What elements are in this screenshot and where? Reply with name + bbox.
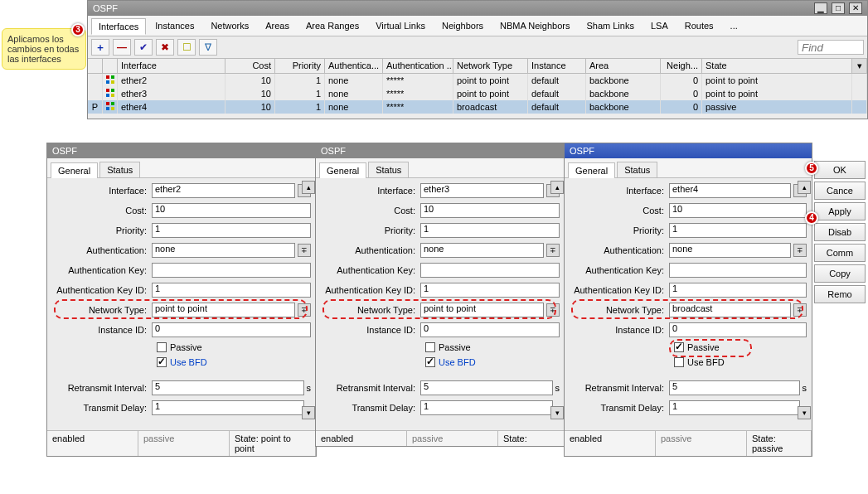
tab-interfaces[interactable]: Interfaces xyxy=(91,18,146,35)
usebfd-checkbox-row[interactable]: Use BFD xyxy=(425,357,560,367)
instance-id-field[interactable]: 0 xyxy=(420,322,560,337)
cost-field[interactable]: 10 xyxy=(420,203,560,218)
main-titlebar: OSPF ▁ □ ✕ xyxy=(88,1,867,16)
ospf-main-window: OSPF ▁ □ ✕ InterfacesInstancesNetworksAr… xyxy=(87,0,868,119)
comment-button[interactable]: Comm xyxy=(814,244,866,262)
usebfd-checkbox-row[interactable]: Use BFD xyxy=(157,357,311,367)
scroll-up-icon[interactable]: ▴ xyxy=(798,181,811,194)
cost-field[interactable]: 10 xyxy=(669,203,807,218)
passive-checkbox[interactable] xyxy=(425,342,435,352)
passive-checkbox-row[interactable]: Passive xyxy=(674,342,807,352)
ok-button[interactable]: OK xyxy=(814,161,866,179)
auth-key-field[interactable] xyxy=(669,263,807,278)
usebfd-checkbox[interactable] xyxy=(674,357,684,367)
table-row[interactable]: ether2101none*****point to pointdefaultb… xyxy=(88,74,867,87)
filter-button[interactable]: ∇ xyxy=(199,39,217,56)
tab-status[interactable]: Status xyxy=(99,162,140,177)
scroll-down-icon[interactable]: ▾ xyxy=(798,406,811,419)
disable-button[interactable]: Disab xyxy=(814,223,866,241)
instance-id-field[interactable]: 0 xyxy=(152,322,311,337)
retransmit-field[interactable]: 5 xyxy=(152,380,304,395)
comment-button[interactable]: ☐ xyxy=(177,39,196,56)
cost-field[interactable]: 10 xyxy=(152,203,311,218)
auth-key-field[interactable] xyxy=(420,263,560,278)
usebfd-checkbox-row[interactable]: Use BFD xyxy=(674,357,807,367)
tab-networks[interactable]: Networks xyxy=(203,17,256,34)
passive-checkbox-row[interactable]: Passive xyxy=(157,342,311,352)
dropdown-icon[interactable]: ∓ xyxy=(546,244,560,257)
retransmit-field[interactable]: 5 xyxy=(420,380,553,395)
remove-button[interactable]: — xyxy=(113,39,131,56)
auth-field[interactable]: none xyxy=(669,243,791,258)
dialog-statusbar: enabled passive State: point to point xyxy=(47,430,316,456)
copy-button[interactable]: Copy xyxy=(814,264,866,283)
tab-areas[interactable]: Areas xyxy=(258,17,297,34)
tab-nbma-neighbors[interactable]: NBMA Neighbors xyxy=(492,17,577,34)
dropdown-icon[interactable]: ∓ xyxy=(793,244,807,257)
disable-button[interactable]: ✖ xyxy=(156,39,174,56)
tab-general[interactable]: General xyxy=(568,162,615,178)
scroll-down-icon[interactable]: ▾ xyxy=(550,406,564,419)
instance-id-field[interactable]: 0 xyxy=(669,322,807,337)
cancel-button[interactable]: Cance xyxy=(814,182,866,200)
auth-key-id-field[interactable]: 1 xyxy=(669,283,807,298)
usebfd-label: Use BFD xyxy=(170,357,207,367)
interface-field[interactable]: ether4 xyxy=(669,183,791,198)
tab-virtual-links[interactable]: Virtual Links xyxy=(368,17,433,34)
usebfd-checkbox[interactable] xyxy=(425,357,435,367)
column-picker[interactable]: ▾ xyxy=(852,59,867,73)
scroll-up-icon[interactable]: ▴ xyxy=(302,181,315,194)
tab-lsa[interactable]: LSA xyxy=(643,17,676,34)
table-row[interactable]: Pether4101none*****broadcastdefaultbackb… xyxy=(88,100,867,114)
dropdown-icon[interactable]: ∓ xyxy=(793,303,807,317)
interface-field[interactable]: ether3 xyxy=(420,183,544,198)
auth-key-id-field[interactable]: 1 xyxy=(420,283,560,298)
auth-key-field[interactable] xyxy=(152,263,311,278)
tab-status[interactable]: Status xyxy=(368,162,409,177)
tab-general[interactable]: General xyxy=(51,162,98,178)
transmit-delay-field[interactable]: 1 xyxy=(669,400,800,415)
tab-status[interactable]: Status xyxy=(617,162,657,177)
tab-area-ranges[interactable]: Area Ranges xyxy=(298,17,366,34)
transmit-delay-field[interactable]: 1 xyxy=(420,400,553,415)
dialog-tabs: General Status xyxy=(316,158,565,178)
scroll-up-icon[interactable]: ▴ xyxy=(550,181,564,194)
label-network-type: Network Type: xyxy=(321,305,420,315)
passive-checkbox-row[interactable]: Passive xyxy=(425,342,560,352)
priority-field[interactable]: 1 xyxy=(420,223,560,238)
tab-instances[interactable]: Instances xyxy=(148,17,201,34)
retransmit-field[interactable]: 5 xyxy=(669,380,800,395)
enable-button[interactable]: ✔ xyxy=(134,39,153,56)
close-icon[interactable]: ✕ xyxy=(849,2,862,14)
network-type-field[interactable]: broadcast xyxy=(669,303,791,317)
passive-checkbox[interactable] xyxy=(674,342,684,352)
table-row[interactable]: ether3101none*****point to pointdefaultb… xyxy=(88,87,867,100)
transmit-delay-field[interactable]: 1 xyxy=(152,400,304,415)
priority-field[interactable]: 1 xyxy=(152,223,311,238)
dropdown-icon[interactable]: ∓ xyxy=(298,244,311,257)
auth-field[interactable]: none xyxy=(152,243,295,258)
scroll-down-icon[interactable]: ▾ xyxy=(302,406,315,419)
tab-neighbors[interactable]: Neighbors xyxy=(434,17,491,34)
auth-key-id-field[interactable]: 1 xyxy=(152,283,311,298)
tab-general[interactable]: General xyxy=(319,162,366,178)
tab--[interactable]: ... xyxy=(723,17,745,34)
add-button[interactable]: ＋ xyxy=(91,39,109,56)
remove-button[interactable]: Remo xyxy=(814,285,866,303)
maximize-icon[interactable]: □ xyxy=(832,2,845,14)
tab-routes[interactable]: Routes xyxy=(677,17,721,34)
usebfd-checkbox[interactable] xyxy=(157,357,167,367)
auth-field[interactable]: none xyxy=(420,243,544,258)
find-input[interactable] xyxy=(798,40,864,55)
label-akey: Authentication Key: xyxy=(570,265,669,275)
minimize-icon[interactable]: ▁ xyxy=(814,2,827,14)
dropdown-icon[interactable]: ∓ xyxy=(546,303,560,317)
dropdown-icon[interactable]: ∓ xyxy=(298,303,311,317)
priority-field[interactable]: 1 xyxy=(669,223,807,238)
passive-checkbox[interactable] xyxy=(157,342,167,352)
interface-field[interactable]: ether2 xyxy=(152,183,295,198)
network-type-field[interactable]: point to point xyxy=(152,303,295,317)
tab-sham-links[interactable]: Sham Links xyxy=(579,17,641,34)
apply-button[interactable]: Apply xyxy=(814,202,866,220)
network-type-field[interactable]: point to point xyxy=(420,303,544,317)
